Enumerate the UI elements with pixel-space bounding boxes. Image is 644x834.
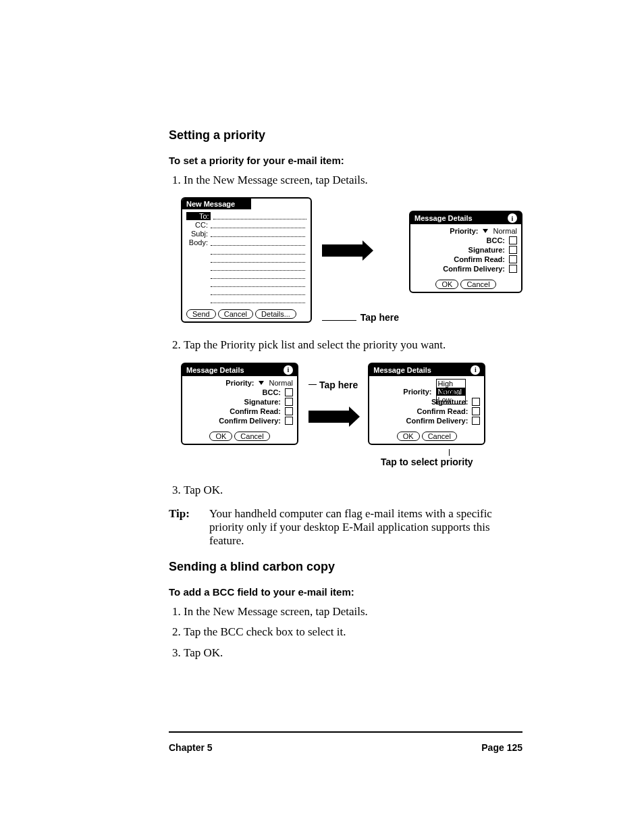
arrow-right-icon xyxy=(322,244,363,257)
signature-label-2: Signature: xyxy=(244,398,281,406)
details-button[interactable]: Details... xyxy=(255,309,296,319)
bcc-step-1: In the New Message screen, tap Details. xyxy=(184,603,522,621)
message-details-title-1: Message Details xyxy=(414,214,473,222)
signature-label-1: Signature: xyxy=(468,246,505,254)
priority-label-2: Priority: xyxy=(225,379,254,387)
bcc-label-3: BCC: xyxy=(441,388,460,396)
step-2: Tap the Priority pick list and select th… xyxy=(184,336,522,354)
bcc-checkbox-2[interactable] xyxy=(285,388,293,396)
confirm-delivery-label-2: Confirm Delivery: xyxy=(219,417,281,425)
message-details-title-3: Message Details xyxy=(373,366,431,374)
ok-button-3[interactable]: OK xyxy=(397,432,420,441)
message-details-window-2: Message Details i Priority: Normal BCC: … xyxy=(181,363,298,445)
callout-tap-here-2: Tap here xyxy=(319,380,358,390)
dropdown-icon[interactable] xyxy=(483,229,488,233)
footer-chapter: Chapter 5 xyxy=(169,742,213,753)
heading-setting-priority: Setting a priority xyxy=(169,128,522,142)
confirm-read-checkbox-1[interactable] xyxy=(509,255,517,263)
step-1: In the New Message screen, tap Details. xyxy=(184,172,522,189)
priority-label-1: Priority: xyxy=(450,227,478,235)
bcc-step-3: Tap OK. xyxy=(184,644,522,662)
message-details-window-1: Message Details i Priority: Normal BCC: … xyxy=(409,211,522,293)
confirm-read-checkbox-3[interactable] xyxy=(472,407,480,415)
subheading-set-priority: To set a priority for your e-mail item: xyxy=(169,155,522,166)
message-details-title-2: Message Details xyxy=(186,366,244,374)
confirm-read-label-2: Confirm Read: xyxy=(230,407,281,415)
body-label: Body: xyxy=(186,238,208,246)
footer-rule xyxy=(169,731,522,733)
confirm-read-checkbox-2[interactable] xyxy=(285,407,293,415)
new-message-title: New Message xyxy=(186,200,235,208)
callout-tap-here-1: Tap here xyxy=(360,312,399,323)
bcc-checkbox-1[interactable] xyxy=(509,236,517,244)
tip-label: Tip: xyxy=(169,507,194,548)
cancel-button-3[interactable]: Cancel xyxy=(422,432,457,441)
step-3: Tap OK. xyxy=(184,481,522,499)
confirm-read-label-3: Confirm Read: xyxy=(417,407,468,415)
confirm-delivery-label-1: Confirm Delivery: xyxy=(443,265,505,273)
bcc-label-2: BCC: xyxy=(263,388,281,396)
cancel-button-2[interactable]: Cancel xyxy=(234,432,269,441)
cancel-button-1[interactable]: Cancel xyxy=(460,280,495,289)
signature-checkbox-1[interactable] xyxy=(509,246,517,254)
confirm-delivery-checkbox-1[interactable] xyxy=(509,265,517,273)
dropdown-icon[interactable] xyxy=(259,381,264,385)
message-details-window-3: Message Details i Priority: High Normal … xyxy=(368,363,485,445)
ok-button-1[interactable]: OK xyxy=(435,280,458,289)
callout-tap-select: Tap to select priority xyxy=(381,457,473,467)
info-icon[interactable]: i xyxy=(471,365,480,375)
bcc-step-2: Tap the BCC check box to select it. xyxy=(184,623,522,641)
to-label: To: xyxy=(186,212,211,220)
priority-option-high[interactable]: High xyxy=(437,380,465,388)
footer-page: Page 125 xyxy=(481,742,522,753)
priority-value-2[interactable]: Normal xyxy=(269,379,293,387)
ok-button-2[interactable]: OK xyxy=(209,432,232,441)
priority-label-3: Priority: xyxy=(403,388,431,396)
confirm-delivery-checkbox-2[interactable] xyxy=(285,417,293,425)
cc-label: CC: xyxy=(186,221,208,229)
confirm-delivery-label-3: Confirm Delivery: xyxy=(406,417,468,425)
heading-bcc: Sending a blind carbon copy xyxy=(169,560,522,574)
signature-label-3: Signature: xyxy=(431,398,468,406)
priority-value-1[interactable]: Normal xyxy=(493,227,517,235)
subheading-bcc: To add a BCC field to your e-mail item: xyxy=(169,586,522,598)
signature-checkbox-2[interactable] xyxy=(285,398,293,406)
new-message-window: New Message To: CC: Subj: Body: Send xyxy=(181,197,312,323)
send-button[interactable]: Send xyxy=(186,309,216,319)
arrow-right-icon xyxy=(308,411,349,423)
subj-label: Subj: xyxy=(186,230,208,238)
cancel-button[interactable]: Cancel xyxy=(218,309,253,319)
tip-text: Your handheld computer can flag e-mail i… xyxy=(209,507,522,548)
bcc-label-1: BCC: xyxy=(487,236,506,244)
confirm-delivery-checkbox-3[interactable] xyxy=(472,417,480,425)
confirm-read-label-1: Confirm Read: xyxy=(454,255,505,263)
info-icon[interactable]: i xyxy=(508,213,517,223)
signature-checkbox-3[interactable] xyxy=(472,398,480,406)
info-icon[interactable]: i xyxy=(284,365,293,375)
